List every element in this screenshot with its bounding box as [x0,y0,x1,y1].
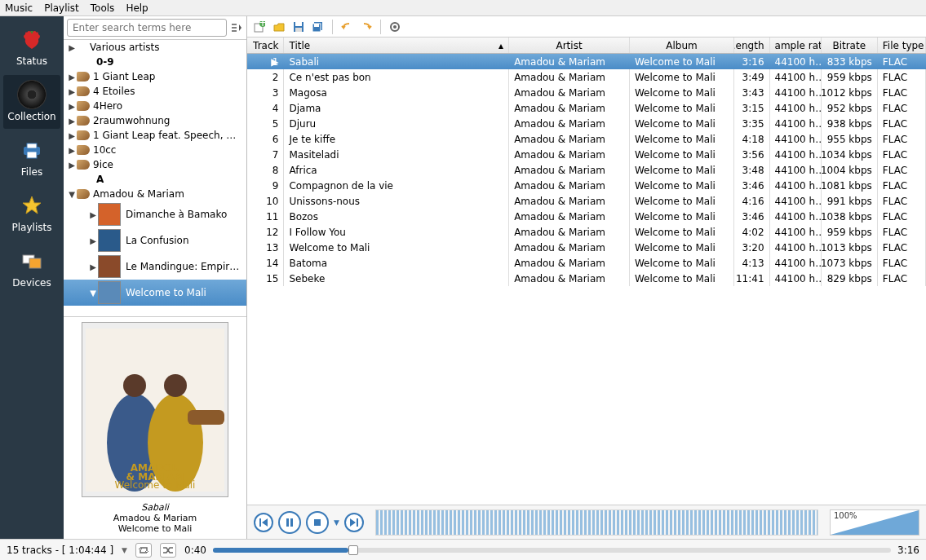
undo-icon[interactable] [339,20,354,34]
tree-row[interactable]: ▶Le Mandingue: Empir… [64,254,246,280]
stop-button[interactable] [306,511,329,534]
col-title[interactable]: Title▴ [284,37,509,53]
col-samplerate[interactable]: ample rate [770,37,822,53]
col-artist[interactable]: Artist [509,37,630,53]
sidebar-files[interactable]: Files [3,130,60,184]
menu-playlist[interactable]: Playlist [44,2,79,14]
svg-marker-3 [23,196,41,214]
tree-row[interactable]: ▶1 Giant Leap [64,69,246,84]
svg-rect-23 [314,24,319,27]
svg-point-25 [393,25,397,29]
new-playlist-icon[interactable]: + [252,20,267,34]
track-table[interactable]: Track Title▴ Artist Album .ength ample r… [247,37,926,505]
sidebar-collection-label: Collection [7,111,55,122]
table-row[interactable]: 3MagosaAmadou & MariamWelcome to Mali3:4… [247,85,926,100]
table-row[interactable]: 6Je te kiffeAmadou & MariamWelcome to Ma… [247,131,926,147]
tree-row[interactable]: ▶2raumwohnung [64,113,246,128]
settings-icon[interactable] [388,20,402,34]
status-bar: 15 tracks - [ 1:04:44 ] ▼ 0:40 3:16 [0,539,926,560]
disc-icon [17,80,47,109]
tree-row[interactable]: ▼Welcome to Mali [64,280,246,306]
printer-icon [17,135,47,165]
tree-row[interactable]: ▶9ice [64,157,246,172]
sidebar-playlists-label: Playlists [12,222,52,233]
svg-rect-28 [314,519,321,526]
search-input[interactable] [67,19,227,37]
table-row[interactable]: ▶1SabaliAmadou & MariamWelcome to Mali3:… [247,54,926,69]
col-album[interactable]: Album [630,37,734,53]
svg-rect-27 [290,518,293,527]
svg-text:Welcome to Mali: Welcome to Mali [115,479,196,491]
table-row[interactable]: 9Compagnon de la vieAmadou & MariamWelco… [247,178,926,193]
playback-bar: ▼ 100% [247,505,926,539]
table-row[interactable]: 12I Follow YouAmadou & MariamWelcome to … [247,224,926,240]
volume-slider[interactable]: 100% [830,509,919,536]
sidebar-status-label: Status [16,55,47,67]
menu-help[interactable]: Help [126,2,148,14]
repeat-button[interactable] [135,543,152,558]
analyzer [375,509,818,536]
tree-row[interactable]: ▶1 Giant Leap feat. Speech, … [64,128,246,143]
col-track[interactable]: Track [247,37,284,53]
col-length[interactable]: .ength [734,37,770,53]
shuffle-button[interactable] [160,543,176,558]
table-row[interactable]: 4DjamaAmadou & MariamWelcome to Mali3:15… [247,100,926,116]
seek-bar[interactable]: 0:40 3:16 [184,545,919,556]
tree-row[interactable]: A [64,172,246,187]
open-icon[interactable] [272,20,286,34]
svg-point-9 [123,374,146,397]
svg-rect-26 [286,518,289,527]
duration-label: 3:16 [897,545,919,556]
redo-icon[interactable] [359,20,374,34]
prev-button[interactable] [254,513,273,532]
sidebar-status[interactable]: Status [3,20,60,73]
artist-tree[interactable]: ▶Various artists0-9▶1 Giant Leap▶4 Etoil… [64,40,246,316]
table-row[interactable]: 15SebekeAmadou & MariamWelcome to Mali11… [247,271,926,286]
tree-row[interactable]: 0-9 [64,55,246,69]
position-label: 0:40 [184,545,206,556]
seek-track[interactable] [213,548,891,553]
tree-row[interactable]: ▶10cc [64,143,246,157]
now-playing-artist: Amadou & Mariam [67,513,243,523]
playlist-toolbar: + [247,16,926,37]
tree-row[interactable]: ▶4Hero [64,99,246,113]
svg-rect-5 [29,258,41,268]
pause-button[interactable] [278,511,301,534]
left-sidebar: Status Collection Files Playlists Device… [0,16,64,539]
tree-row[interactable]: ▶Dimanche à Bamako [64,201,246,227]
svg-rect-19 [295,22,302,26]
playlist-summary: 15 tracks - [ 1:04:44 ] [7,545,113,556]
table-row[interactable]: 10Unissons-nousAmadou & MariamWelcome to… [247,193,926,209]
sidebar-files-label: Files [21,166,42,178]
table-row[interactable]: 7MasiteladiAmadou & MariamWelcome to Mal… [247,147,926,162]
table-row[interactable]: 13Welcome to MaliAmadou & MariamWelcome … [247,240,926,255]
svg-rect-1 [27,143,37,148]
save-icon[interactable] [291,20,306,34]
menu-tools[interactable]: Tools [91,2,115,14]
menubar: Music Playlist Tools Help [0,0,926,16]
col-bitrate[interactable]: Bitrate [822,37,878,53]
tree-row[interactable]: ▶La Confusion [64,227,246,254]
svg-point-10 [164,374,187,397]
save-all-icon[interactable] [311,20,326,34]
sidebar-devices[interactable]: Devices [3,241,60,295]
search-options-icon[interactable] [230,22,243,33]
table-row[interactable]: 8AfricaAmadou & MariamWelcome to Mali3:4… [247,162,926,178]
sidebar-collection[interactable]: Collection [3,75,60,129]
sidebar-playlists[interactable]: Playlists [3,186,60,240]
star-icon [17,191,47,220]
menu-music[interactable]: Music [5,2,33,14]
svg-text:+: + [259,21,265,29]
table-header[interactable]: Track Title▴ Artist Album .ength ample r… [247,37,926,54]
tree-row[interactable]: ▶4 Etoiles [64,84,246,99]
next-button[interactable] [344,513,364,532]
table-row[interactable]: 2Ce n'est pas bonAmadou & MariamWelcome … [247,69,926,85]
tree-row[interactable]: ▶Various artists [64,40,246,55]
table-row[interactable]: 5DjuruAmadou & MariamWelcome to Mali3:35… [247,116,926,131]
col-filetype[interactable]: File type [878,37,926,53]
table-row[interactable]: 14BatomaAmadou & MariamWelcome to Mali4:… [247,255,926,271]
stop-menu-icon[interactable]: ▼ [334,518,339,527]
summary-menu-icon[interactable]: ▼ [122,546,127,554]
tree-row[interactable]: ▼Amadou & Mariam [64,187,246,201]
table-row[interactable]: 11BozosAmadou & MariamWelcome to Mali3:4… [247,209,926,224]
